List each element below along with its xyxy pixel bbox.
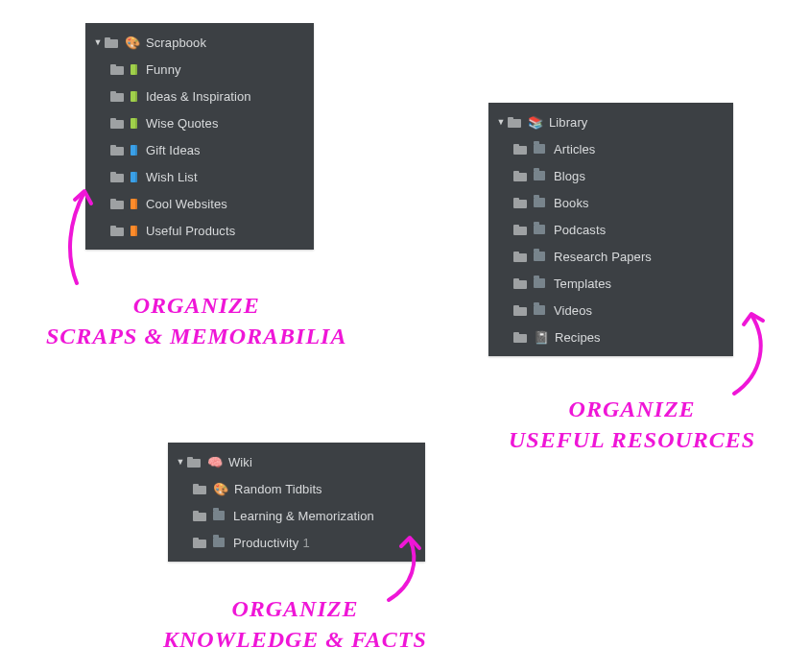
book-icon [131,91,137,102]
folder-icon [513,224,527,235]
item-label: Recipes [555,331,601,344]
filefolder-icon [534,278,545,288]
folder-icon [513,304,527,316]
folder-icon [110,63,124,75]
folder-icon [193,483,206,494]
book-icon [131,199,137,209]
library-item-blogs[interactable]: Blogs [488,162,733,189]
folder-icon [110,225,124,236]
library-panel: ▼ 📚 Library Articles Blogs Books Podcast… [488,103,733,356]
folder-icon [513,251,527,262]
wiki-label: Wiki [228,456,252,468]
folder-icon [110,117,124,129]
triangle-down-icon[interactable]: ▼ [496,117,506,127]
annotation-line: knowledge & facts [163,624,427,655]
scrapbook-panel: ▼ 🎨 Scrapbook Funny Ideas & Inspiration … [85,23,314,250]
triangle-down-icon[interactable]: ▼ [93,37,103,47]
book-icon [131,118,137,129]
book-icon [131,145,137,156]
scrapbook-emoji-icon: 🎨 [125,36,140,49]
item-label: Funny [146,63,181,76]
item-label: Articles [554,143,595,156]
folder-icon [513,197,527,208]
recipes-emoji-icon: 📓 [534,331,549,344]
book-icon [131,172,137,182]
library-item-research-papers[interactable]: Research Papers [488,243,733,270]
item-label: Templates [554,277,611,290]
folder-icon [110,90,124,102]
arrow-scrapbook-icon [58,182,106,288]
folder-icon [187,456,201,468]
item-count: 1 [302,537,309,549]
scrapbook-item-useful-products[interactable]: Useful Products [85,217,314,244]
item-label: Books [554,197,589,209]
folder-icon [193,510,206,521]
annotation-scrapbook: organize scraps & memorabilia [46,290,346,352]
folder-icon [513,170,527,181]
filefolder-icon [534,198,545,207]
book-icon [131,64,137,75]
arrow-library-icon [725,307,782,398]
folder-icon [110,171,124,182]
item-label: Wise Quotes [146,117,219,130]
folder-icon [105,36,118,48]
item-label: Wish List [146,171,198,183]
filefolder-icon [534,252,545,261]
folder-icon [513,331,527,343]
arrow-wiki-icon [379,533,437,605]
scrapbook-item-wise-quotes[interactable]: Wise Quotes [85,109,314,136]
item-label: Blogs [554,170,585,182]
item-label: Ideas & Inspiration [146,90,251,103]
item-label: Productivity [233,537,298,549]
item-label: Gift Ideas [146,144,201,156]
item-label: Cool Websites [146,198,227,210]
item-label: Research Papers [554,251,652,263]
library-item-books[interactable]: Books [488,189,733,216]
folder-icon [193,537,206,548]
item-label: Useful Products [146,225,235,237]
library-item-recipes[interactable]: 📓 Recipes [488,324,733,350]
filefolder-icon [213,538,225,547]
folder-icon [508,116,521,128]
folder-icon [513,143,527,155]
wiki-emoji-icon: 🧠 [207,456,223,468]
library-item-videos[interactable]: Videos [488,297,733,324]
wiki-item-random-tidbits[interactable]: 🎨 Random Tidbits [168,475,425,502]
filefolder-icon [534,144,545,154]
library-item-podcasts[interactable]: Podcasts [488,216,733,243]
folder-icon [513,277,527,289]
item-label: Podcasts [554,224,606,236]
scrapbook-item-gift-ideas[interactable]: Gift Ideas [85,136,314,163]
annotation-line: organize [46,290,346,321]
annotation-library: organize useful resources [509,394,755,456]
annotation-line: organize [509,394,755,424]
filefolder-icon [213,511,225,520]
scrapbook-item-funny[interactable]: Funny [85,56,314,83]
item-label: Learning & Memorization [233,510,374,522]
filefolder-icon [534,171,545,180]
triangle-down-icon[interactable]: ▼ [176,457,185,467]
library-label: Library [549,116,587,129]
palette-emoji-icon: 🎨 [213,483,228,495]
folder-icon [110,144,124,156]
scrapbook-item-ideas[interactable]: Ideas & Inspiration [85,83,314,109]
library-item-templates[interactable]: Templates [488,270,733,297]
library-item-articles[interactable]: Articles [488,135,733,162]
scrapbook-head-row[interactable]: ▼ 🎨 Scrapbook [85,29,314,56]
annotation-line: scraps & memorabilia [46,321,346,351]
annotation-line: useful resources [509,424,755,455]
wiki-head-row[interactable]: ▼ 🧠 Wiki [168,448,425,475]
filefolder-icon [534,305,545,315]
folder-icon [110,198,124,209]
book-icon [131,226,137,236]
scrapbook-item-wish-list[interactable]: Wish List [85,163,314,190]
library-head-row[interactable]: ▼ 📚 Library [488,108,733,135]
item-label: Random Tidbits [234,483,322,495]
scrapbook-label: Scrapbook [146,36,206,49]
library-emoji-icon: 📚 [528,116,543,129]
scrapbook-item-cool-websites[interactable]: Cool Websites [85,190,314,217]
wiki-item-learning[interactable]: Learning & Memorization [168,502,425,529]
item-label: Videos [554,304,592,317]
filefolder-icon [534,225,545,234]
